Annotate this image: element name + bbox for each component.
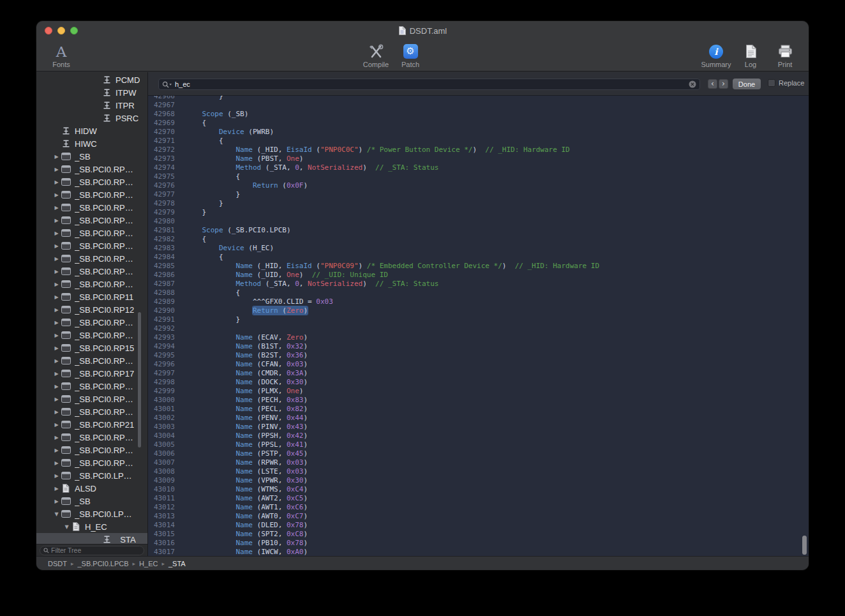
breadcrumb-item[interactable]: _STA	[168, 560, 186, 567]
disclosure-closed-icon[interactable]: ▶	[52, 320, 61, 326]
disclosure-closed-icon[interactable]: ▶	[52, 192, 61, 198]
summary-button[interactable]: i Summary	[699, 43, 733, 68]
tree-item-_sta[interactable]: _STA	[36, 533, 147, 544]
disclosure-closed-icon[interactable]: ▶	[52, 205, 61, 211]
search-menu-icon[interactable]	[162, 81, 172, 88]
tree-item-_sbpci0rp[interactable]: ▶_SB.PCI0.RP…	[36, 444, 147, 456]
disclosure-closed-icon[interactable]: ▶	[52, 396, 61, 402]
disclosure-closed-icon[interactable]: ▶	[52, 154, 61, 160]
tree-item-_sbpci0rp[interactable]: ▶_SB.PCI0.RP…	[36, 188, 147, 201]
previous-result-button[interactable]: ‹	[708, 79, 717, 89]
disclosure-closed-icon[interactable]: ▶	[52, 167, 61, 172]
print-button[interactable]: Print	[768, 43, 802, 68]
search-input[interactable]	[175, 80, 686, 88]
tree-item-_sbpci0rp[interactable]: ▶_SB.PCI0.RP…	[36, 201, 147, 214]
tree-item-_sb[interactable]: ▶_SB	[36, 150, 147, 163]
breadcrumb-item[interactable]: DSDT	[48, 560, 67, 567]
tree-item-_sbpci0rp[interactable]: ▶_SB.PCI0.RP…	[36, 405, 147, 418]
tree-item-_sbpci0rp[interactable]: ▶_SB.PCI0.RP…	[36, 456, 147, 469]
disclosure-closed-icon[interactable]: ▶	[52, 333, 61, 338]
tree-item-_sb[interactable]: ▶_SB	[36, 495, 147, 507]
tree-item-_sbpci0rp17[interactable]: ▶_SB.PCI0.RP17	[36, 367, 147, 380]
tree-item-_sbpci0lp[interactable]: ▶_SB.PCI0.LP…	[36, 469, 147, 482]
editor-scrollbar[interactable]	[802, 536, 807, 555]
tree-item-_sbpci0rp[interactable]: ▶_SB.PCI0.RP…	[36, 227, 147, 239]
tree-item-_sbpci0rp[interactable]: ▶_SB.PCI0.RP…	[36, 252, 147, 265]
tree-item-_sbpci0rp[interactable]: ▶_SB.PCI0.RP…	[36, 329, 147, 342]
tree-item-_sbpci0rp15[interactable]: ▶_SB.PCI0.RP15	[36, 342, 147, 354]
code-line: 43006 Name (PSTP, 0x45)	[148, 449, 809, 458]
tree-item-_sbpci0rp[interactable]: ▶_SB.PCI0.RP…	[36, 265, 147, 278]
code-line-text: {	[185, 119, 206, 127]
fonts-button[interactable]: A Fonts	[44, 43, 79, 68]
line-number: 43004	[148, 432, 175, 440]
disclosure-closed-icon[interactable]: ▶	[52, 282, 61, 287]
tree-item-hiwc[interactable]: HIWC	[36, 137, 147, 150]
compile-button[interactable]: Compile	[359, 43, 393, 68]
disclosure-closed-icon[interactable]: ▶	[52, 435, 61, 440]
tree-item-_sbpci0rp[interactable]: ▶_SB.PCI0.RP…	[36, 278, 147, 290]
tree-item-_sbpci0rp11[interactable]: ▶_SB.PCI0.RP11	[36, 290, 147, 303]
tree-item-_sbpci0rp[interactable]: ▶_SB.PCI0.RP…	[36, 176, 147, 188]
tree-item-_sbpci0rp[interactable]: ▶_SB.PCI0.RP…	[36, 354, 147, 367]
disclosure-open-icon[interactable]: ▼	[52, 511, 61, 517]
disclosure-closed-icon[interactable]: ▶	[52, 473, 61, 479]
disclosure-open-icon[interactable]: ▼	[63, 524, 71, 530]
disclosure-closed-icon[interactable]: ▶	[52, 409, 61, 415]
tree-item-_sbpci0rp[interactable]: ▶_SB.PCI0.RP…	[36, 239, 147, 252]
tree-item-_sbpci0rp[interactable]: ▶_SB.PCI0.RP…	[36, 214, 147, 227]
code-line: 42976 Return (0x0F)	[148, 181, 809, 190]
disclosure-closed-icon[interactable]: ▶	[52, 218, 61, 223]
tree-item-psrc[interactable]: PSRC	[36, 112, 147, 124]
filter-field[interactable]	[40, 546, 144, 555]
disclosure-closed-icon[interactable]: ▶	[52, 256, 61, 262]
disclosure-closed-icon[interactable]: ▶	[52, 447, 61, 453]
disclosure-closed-icon[interactable]: ▶	[52, 345, 61, 351]
disclosure-closed-icon[interactable]: ▶	[52, 486, 61, 492]
replace-checkbox[interactable]	[768, 79, 775, 87]
line-number: 42990	[148, 306, 175, 315]
disclosure-closed-icon[interactable]: ▶	[52, 179, 61, 185]
disclosure-closed-icon[interactable]: ▶	[52, 422, 61, 428]
tree-item-_sbpci0rp[interactable]: ▶_SB.PCI0.RP…	[36, 431, 147, 444]
tree-item-_sbpci0lp[interactable]: ▼_SB.PCI0.LP…	[36, 507, 147, 520]
code-line: 43002 Name (PENV, 0x44)	[148, 414, 809, 423]
tree-item-_sbpci0rp[interactable]: ▶_SB.PCI0.RP…	[36, 393, 147, 405]
tree-item-pcmd[interactable]: PCMD	[36, 73, 147, 86]
tree-item-_sbpci0rp[interactable]: ▶_SB.PCI0.RP…	[36, 163, 147, 176]
disclosure-closed-icon[interactable]: ▶	[52, 499, 61, 504]
tree-item-_sbpci0rp[interactable]: ▶_SB.PCI0.RP…	[36, 316, 147, 329]
disclosure-closed-icon[interactable]: ▶	[52, 230, 61, 236]
next-result-button[interactable]: ›	[719, 79, 728, 89]
disclosure-closed-icon[interactable]: ▶	[52, 294, 61, 300]
disclosure-closed-icon[interactable]: ▶	[52, 384, 61, 389]
tree-item-alsd[interactable]: ▶ALSD	[36, 482, 147, 495]
disclosure-closed-icon[interactable]: ▶	[52, 358, 61, 364]
tree-item-itpr[interactable]: ITPR	[36, 99, 147, 112]
disclosure-closed-icon[interactable]: ▶	[52, 307, 61, 313]
tree-item-hidw[interactable]: HIDW	[36, 124, 147, 137]
disclosure-closed-icon[interactable]: ▶	[52, 371, 61, 377]
log-button[interactable]: Log	[733, 43, 768, 68]
breadcrumb-item[interactable]: _SB.PCI0.LPCB	[77, 560, 128, 567]
tree-item-label: _SB.PCI0.RP12	[75, 305, 134, 315]
tree-item-_sbpci0rp21[interactable]: ▶_SB.PCI0.RP21	[36, 418, 147, 431]
clear-search-icon[interactable]	[689, 80, 696, 88]
tree-item-itpw[interactable]: ITPW	[36, 86, 147, 99]
scope-icon	[61, 153, 71, 160]
tree-item-_sbpci0rp12[interactable]: ▶_SB.PCI0.RP12	[36, 303, 147, 316]
disclosure-closed-icon[interactable]: ▶	[52, 243, 61, 249]
tree-item-h_ec[interactable]: ▼H_EC	[36, 520, 147, 533]
sidebar-scrollbar[interactable]	[138, 312, 141, 447]
code-line-text: Method (_STA, 0, NotSerialized) // _STA:…	[185, 280, 438, 288]
tree-item-_sbpci0rp[interactable]: ▶_SB.PCI0.RP…	[36, 380, 147, 393]
filter-tree-input[interactable]	[51, 546, 140, 554]
breadcrumb-item[interactable]: H_EC	[139, 560, 158, 567]
disclosure-closed-icon[interactable]: ▶	[52, 269, 61, 274]
code-editor[interactable]: 42966 }4296742968 Scope (_SB)42969 {4297…	[148, 96, 809, 556]
disclosure-closed-icon[interactable]: ▶	[52, 460, 61, 466]
tree-item-label: _SB.PCI0.RP…	[75, 382, 133, 391]
done-button[interactable]: Done	[733, 79, 761, 89]
patch-button[interactable]: ⚙ Patch	[393, 43, 428, 68]
tree-item-label: H_EC	[85, 522, 107, 532]
